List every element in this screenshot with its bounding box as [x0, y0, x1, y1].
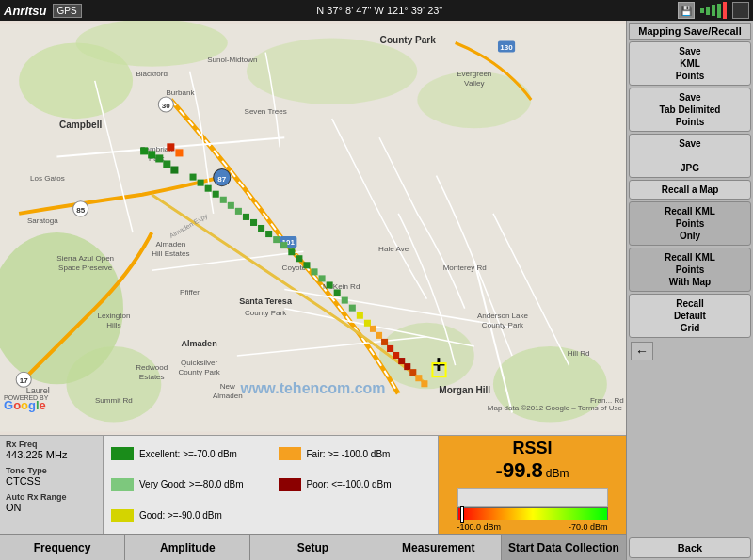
- rssi-panel: RSSI -99.8 dBm -100.0 dBm: [438, 436, 626, 534]
- map[interactable]: 30 87 101 85 17 130: [0, 21, 626, 435]
- save-jpg-button[interactable]: SaveJPG: [629, 134, 751, 178]
- recall-kml-with-map-button[interactable]: Recall KMLPointsWith Map: [629, 248, 751, 292]
- save-icon[interactable]: 💾: [678, 2, 695, 19]
- tab-amplitude[interactable]: Amplitude: [125, 535, 250, 560]
- svg-rect-82: [296, 255, 302, 262]
- svg-text:Quicksilver: Quicksilver: [181, 359, 218, 367]
- svg-text:Los Gatos: Los Gatos: [30, 174, 65, 183]
- svg-text:85: 85: [76, 206, 85, 215]
- back-button[interactable]: Back: [629, 537, 751, 558]
- svg-text:Hale Ave: Hale Ave: [378, 245, 409, 253]
- recall-kml-only-button[interactable]: Recall KMLPointsOnly: [629, 201, 751, 246]
- rssi-gradient-bar: [457, 507, 608, 520]
- svg-rect-81: [288, 248, 295, 255]
- rssi-value: -99.8: [496, 458, 543, 483]
- tab-setup[interactable]: Setup: [250, 535, 376, 560]
- svg-rect-69: [198, 180, 204, 186]
- svg-text:Campbell: Campbell: [59, 120, 102, 130]
- svg-text:Anderson Lake: Anderson Lake: [477, 312, 529, 320]
- svg-rect-94: [381, 339, 388, 345]
- good-color: [111, 509, 134, 522]
- svg-rect-87: [334, 289, 341, 296]
- svg-rect-93: [376, 332, 382, 339]
- svg-rect-86: [327, 281, 333, 288]
- rx-freq-label: Rx Freq: [6, 440, 97, 449]
- recall-map-button[interactable]: Recall a Map: [629, 180, 751, 200]
- brand-logo: Anritsu: [4, 4, 47, 18]
- left-info-panel: Rx Freq 443.225 MHz Tone Type CTCSS Auto…: [0, 436, 104, 534]
- svg-rect-85: [319, 275, 326, 281]
- svg-rect-66: [175, 149, 183, 156]
- svg-rect-89: [349, 305, 356, 312]
- tab-frequency[interactable]: Frequency: [0, 535, 125, 560]
- svg-text:Hill Estates: Hill Estates: [152, 249, 189, 258]
- good-label: Good: >=-90.0 dBm: [139, 510, 222, 520]
- svg-text:Summit Rd: Summit Rd: [95, 396, 133, 405]
- svg-text:County Park: County Park: [245, 309, 287, 317]
- svg-rect-64: [163, 160, 170, 168]
- svg-rect-62: [148, 151, 155, 158]
- rssi-scale-min: -100.0 dBm: [457, 522, 502, 532]
- svg-text:Burbank: Burbank: [166, 88, 195, 97]
- svg-rect-99: [409, 369, 416, 376]
- svg-text:Hill Rd: Hill Rd: [568, 349, 590, 358]
- svg-rect-77: [258, 225, 264, 232]
- svg-rect-71: [213, 191, 219, 198]
- svg-text:County Park: County Park: [482, 321, 524, 329]
- svg-rect-73: [228, 202, 234, 209]
- svg-text:Almaden: Almaden: [213, 392, 243, 400]
- legend-very-good: Very Good: >=-80.0 dBm: [111, 478, 264, 491]
- svg-rect-67: [167, 143, 174, 151]
- tone-type-label: Tone Type: [6, 466, 97, 475]
- svg-text:County Park: County Park: [380, 35, 437, 45]
- save-kml-button[interactable]: SaveKMLPoints: [629, 41, 751, 86]
- map-copyright: Map data ©2012 Google – Terms of Use: [488, 404, 622, 412]
- rssi-scale-max: -70.0 dBm: [569, 522, 608, 532]
- svg-text:30: 30: [162, 102, 170, 110]
- svg-text:Blackford: Blackford: [136, 70, 168, 78]
- arrow-left-button[interactable]: ←: [631, 342, 653, 360]
- svg-text:Almaden: Almaden: [155, 240, 185, 248]
- svg-text:County Park: County Park: [178, 368, 220, 376]
- topbar: Anritsu GPS N 37° 8' 47" W 121° 39' 23" …: [0, 0, 753, 21]
- recall-default-grid-button[interactable]: RecallDefaultGrid: [629, 294, 751, 338]
- fair-color: [279, 447, 301, 460]
- excellent-color: [111, 447, 134, 460]
- legend-bar: Rx Freq 443.225 MHz Tone Type CTCSS Auto…: [0, 435, 626, 534]
- save-tab-delimited-button[interactable]: SaveTab DelimitedPoints: [629, 88, 751, 132]
- svg-rect-91: [364, 320, 371, 327]
- tone-type-value: CTCSS: [6, 475, 97, 487]
- svg-rect-100: [415, 375, 422, 381]
- legend-excellent: Excellent: >=-70.0 dBm: [111, 447, 264, 460]
- menu-icon[interactable]: [732, 2, 749, 19]
- auto-rx-section: Auto Rx Range ON: [6, 492, 97, 513]
- signal-bar: [700, 2, 727, 19]
- svg-text:Santa Teresa: Santa Teresa: [239, 296, 293, 306]
- svg-rect-92: [370, 326, 376, 332]
- tab-start-data-collection[interactable]: Start Data Collection: [502, 535, 626, 560]
- app: Anritsu GPS N 37° 8' 47" W 121° 39' 23" …: [0, 0, 753, 560]
- auto-rx-value: ON: [6, 502, 97, 513]
- svg-rect-70: [205, 185, 212, 192]
- svg-rect-63: [155, 154, 163, 162]
- rx-freq-section: Rx Freq 443.225 MHz: [6, 440, 97, 460]
- svg-text:Redwood: Redwood: [136, 363, 168, 372]
- tabbar: Frequency Amplitude Setup Measurement St…: [0, 534, 626, 560]
- tab-measurement[interactable]: Measurement: [376, 535, 502, 560]
- svg-rect-83: [303, 262, 310, 268]
- legend-poor: Poor: <=-100.0 dBm: [279, 478, 431, 491]
- svg-text:87: 87: [217, 175, 226, 184]
- svg-rect-79: [273, 236, 280, 243]
- svg-rect-98: [404, 363, 410, 370]
- svg-text:New: New: [220, 382, 235, 391]
- svg-rect-90: [357, 312, 363, 319]
- svg-text:Coyote: Coyote: [282, 264, 307, 272]
- rssi-marker: [460, 506, 464, 523]
- svg-rect-68: [190, 174, 197, 181]
- svg-rect-72: [220, 197, 227, 203]
- main-content: 30 87 101 85 17 130: [0, 21, 753, 560]
- google-logo: Google: [4, 398, 46, 412]
- svg-text:Almaden: Almaden: [181, 339, 216, 348]
- svg-rect-78: [265, 231, 272, 237]
- svg-rect-80: [280, 242, 287, 248]
